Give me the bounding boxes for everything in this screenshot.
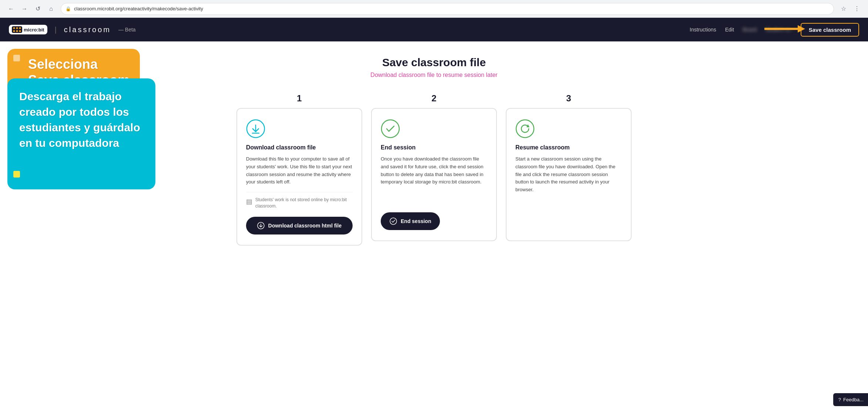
check-circle-icon — [381, 119, 400, 138]
svg-point-14 — [516, 120, 534, 138]
bookmark-icon[interactable]: ☆ — [838, 4, 849, 14]
download-btn-icon — [257, 222, 265, 229]
nav-board[interactable]: Board — [743, 27, 757, 33]
svg-point-13 — [390, 218, 397, 225]
logo-box: micro:bit — [9, 25, 47, 34]
step-1-card: Download classroom file Download this fi… — [236, 108, 362, 246]
step-1-wrapper: 1 Download classroom file Download this … — [236, 93, 362, 246]
forward-button[interactable]: → — [19, 4, 30, 14]
step-1-number: 1 — [297, 93, 302, 104]
svg-point-4 — [13, 30, 15, 32]
microbit-logo-svg — [12, 26, 22, 33]
home-button[interactable]: ⌂ — [46, 4, 56, 14]
steps-container: 1 Download classroom file Download this … — [175, 93, 693, 246]
browser-chrome: ← → ↺ ⌂ 🔒 classroom.microbit.org/createa… — [0, 0, 868, 18]
url-text: classroom.microbit.org/createactivity/ma… — [74, 6, 203, 11]
annotation-teal: Descarga el trabajo creado por todos los… — [7, 78, 155, 189]
feedback-icon: ? — [838, 397, 841, 402]
note-text: Students' work is not stored online by m… — [255, 197, 353, 209]
step-1-action: Download classroom html file — [246, 217, 353, 235]
step-2-wrapper: 2 End session Once you have downloaded t… — [371, 93, 497, 246]
end-session-label: End session — [401, 218, 431, 224]
step-3-wrapper: 3 Resume classroom Start a new classroom… — [506, 93, 632, 246]
back-button[interactable]: ← — [6, 4, 16, 14]
annotation-line1: Selecciona — [28, 56, 129, 72]
navbar-divider: | — [55, 26, 57, 34]
annotation-teal-text: Descarga el trabajo creado por todos los… — [19, 89, 144, 151]
menu-icon[interactable]: ⋮ — [852, 4, 862, 14]
step-2-card: End session Once you have downloaded the… — [371, 108, 497, 241]
save-classroom-button[interactable]: Save classroom — [801, 23, 859, 37]
step-1-desc: Download this file to your computer to s… — [246, 155, 353, 186]
nav-instructions[interactable]: Instructions — [690, 27, 716, 33]
brand: micro:bit | classroom — Beta — [9, 25, 136, 34]
download-cloud-icon — [246, 119, 265, 138]
yellow-dot-icon — [13, 171, 20, 178]
navbar-links: Instructions Edit Board Student co... — [690, 27, 795, 33]
refresh-button[interactable]: ↺ — [33, 4, 43, 14]
end-session-button[interactable]: End session — [381, 212, 440, 230]
lock-icon: 🔒 — [65, 6, 71, 11]
note-icon: ▤ — [246, 198, 252, 206]
svg-point-1 — [13, 27, 15, 29]
microbit-logo: micro:bit — [9, 25, 47, 34]
app-navbar: micro:bit | classroom — Beta Instruction… — [0, 18, 868, 41]
svg-point-2 — [16, 27, 18, 29]
nav-edit[interactable]: Edit — [725, 27, 734, 33]
svg-point-12 — [381, 120, 399, 138]
orange-square-icon — [13, 55, 20, 61]
content-wrapper: Selecciona Save classroom Descarga el tr… — [0, 41, 868, 415]
step-2-action: End session — [381, 205, 487, 230]
svg-point-6 — [19, 30, 21, 32]
feedback-button[interactable]: ? Feedba... — [833, 393, 868, 406]
step-3-desc: Start a new classroom session using the … — [515, 155, 622, 230]
feedback-label: Feedba... — [843, 397, 864, 402]
step-3-card: Resume classroom Start a new classroom s… — [506, 108, 632, 241]
step-2-number: 2 — [431, 93, 436, 104]
address-bar[interactable]: 🔒 classroom.microbit.org/createactivity/… — [61, 3, 834, 15]
step-3-number: 3 — [566, 93, 571, 104]
step-1-title: Download classroom file — [246, 144, 353, 151]
page-subtitle: Download classroom file to resume sessio… — [22, 72, 846, 78]
end-session-icon — [390, 217, 397, 225]
nav-student[interactable]: Student co... — [766, 27, 795, 33]
step-2-title: End session — [381, 144, 487, 151]
svg-point-3 — [19, 27, 21, 29]
page-title: Save classroom file — [22, 56, 846, 69]
browser-nav: ← → ↺ ⌂ — [6, 4, 56, 14]
step-1-note: ▤ Students' work is not stored online by… — [246, 192, 353, 209]
browser-actions: ☆ ⋮ — [838, 4, 862, 14]
svg-point-5 — [16, 30, 18, 32]
classroom-label: classroom — [64, 26, 111, 34]
download-btn-label: Download classroom html file — [268, 223, 342, 229]
refresh-icon — [515, 119, 535, 138]
step-3-title: Resume classroom — [515, 144, 622, 151]
beta-label: — Beta — [118, 27, 136, 33]
step-2-desc: Once you have downloaded the classroom f… — [381, 155, 487, 205]
logo-text: micro:bit — [24, 27, 44, 33]
download-html-button[interactable]: Download classroom html file — [246, 217, 353, 235]
